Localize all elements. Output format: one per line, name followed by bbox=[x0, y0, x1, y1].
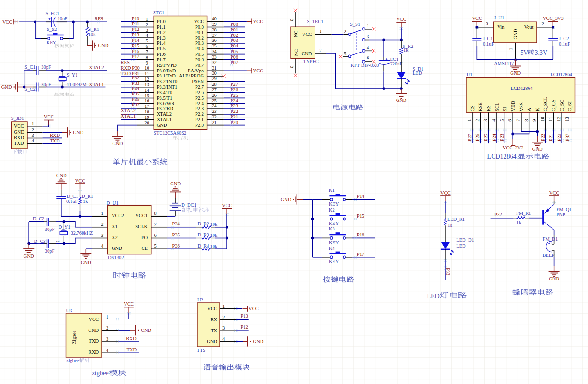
svg-text:VCC: VCC bbox=[207, 306, 217, 311]
svg-text:P0.1: P0.1 bbox=[195, 30, 204, 35]
svg-text:K2: K2 bbox=[329, 207, 335, 213]
svg-text:P2.4: P2.4 bbox=[195, 101, 204, 106]
svg-text:7: 7 bbox=[516, 119, 521, 122]
svg-text:VCC: VCC bbox=[253, 19, 263, 24]
svg-text:24: 24 bbox=[212, 103, 217, 108]
svg-text:PSEN: PSEN bbox=[192, 79, 204, 84]
svg-text:3: 3 bbox=[146, 28, 148, 33]
svg-text:P37: P37 bbox=[132, 102, 139, 107]
svg-text:P34: P34 bbox=[132, 86, 140, 91]
svg-text:10: 10 bbox=[540, 117, 545, 122]
svg-text:GND: GND bbox=[510, 71, 521, 76]
svg-text:P36: P36 bbox=[172, 243, 180, 248]
svg-text:ALE/ PROG: ALE/ PROG bbox=[179, 73, 204, 78]
svg-text:RXD: RXD bbox=[14, 135, 24, 140]
svg-text:6: 6 bbox=[154, 233, 156, 238]
svg-text:Vin: Vin bbox=[497, 24, 505, 30]
svg-text:11: 11 bbox=[548, 117, 553, 122]
svg-text:P20: P20 bbox=[557, 134, 562, 141]
svg-text:31: 31 bbox=[212, 65, 217, 71]
svg-text:P2.5: P2.5 bbox=[195, 95, 204, 100]
svg-text:32: 32 bbox=[212, 60, 217, 65]
svg-text:30: 30 bbox=[212, 71, 217, 76]
svg-text:5: 5 bbox=[499, 119, 505, 122]
svg-text:P2.1: P2.1 bbox=[195, 117, 204, 122]
svg-text:P3.4/T0: P3.4/T0 bbox=[157, 90, 172, 95]
svg-text:KEY: KEY bbox=[329, 221, 339, 226]
svg-text:3: 3 bbox=[106, 337, 108, 342]
svg-text:J_U1: J_U1 bbox=[494, 15, 504, 20]
svg-text:LED_D1: LED_D1 bbox=[456, 237, 474, 242]
svg-text:3: 3 bbox=[367, 34, 369, 39]
svg-text:P25: P25 bbox=[483, 134, 488, 141]
svg-text:27: 27 bbox=[212, 87, 217, 92]
svg-text:C_CS: C_CS bbox=[551, 100, 556, 111]
svg-text:19: 19 bbox=[144, 115, 149, 120]
svg-text:10k: 10k bbox=[210, 222, 218, 227]
svg-text:P32: P32 bbox=[494, 212, 502, 217]
svg-text:LED: LED bbox=[412, 71, 422, 76]
svg-text:VCC: VCC bbox=[253, 68, 263, 73]
svg-text:VCC: VCC bbox=[396, 17, 406, 22]
svg-text:P3.7/RD: P3.7/RD bbox=[157, 106, 174, 111]
svg-text:GND: GND bbox=[56, 173, 67, 178]
svg-text:P2.6: P2.6 bbox=[195, 90, 204, 95]
svg-text:C_SI: C_SI bbox=[567, 101, 572, 111]
svg-text:2: 2 bbox=[101, 222, 103, 227]
svg-text:K: K bbox=[535, 108, 540, 112]
svg-text:P03: P03 bbox=[231, 38, 238, 43]
svg-text:XTAL2: XTAL2 bbox=[89, 65, 104, 70]
svg-text:TTS: TTS bbox=[197, 348, 206, 353]
svg-text:P22: P22 bbox=[540, 134, 546, 141]
svg-text:CS: CS bbox=[470, 105, 475, 111]
svg-text:P3.2/INT0: P3.2/INT0 bbox=[157, 79, 178, 84]
svg-text:22: 22 bbox=[212, 114, 217, 119]
svg-text:P05: P05 bbox=[231, 49, 238, 54]
svg-text:D_DC1: D_DC1 bbox=[181, 202, 196, 207]
svg-text:13: 13 bbox=[564, 117, 570, 122]
svg-text:30pF: 30pF bbox=[45, 227, 55, 232]
svg-text:1k: 1k bbox=[404, 47, 409, 53]
svg-text:1k: 1k bbox=[83, 199, 88, 204]
svg-text:4: 4 bbox=[106, 348, 109, 353]
svg-text:4: 4 bbox=[32, 138, 35, 143]
svg-text:39: 39 bbox=[212, 22, 217, 27]
svg-text:GND: GND bbox=[1, 84, 12, 89]
svg-text:D_R4: D_R4 bbox=[197, 243, 209, 248]
svg-text:D_C1: D_C1 bbox=[66, 194, 78, 199]
svg-text:P00: P00 bbox=[231, 22, 238, 27]
svg-text:P13: P13 bbox=[241, 313, 248, 319]
svg-text:P23: P23 bbox=[499, 134, 505, 141]
svg-text:S_Y1: S_Y1 bbox=[67, 72, 78, 77]
svg-text:VCC2: VCC2 bbox=[112, 213, 124, 218]
svg-text:KEY: KEY bbox=[47, 40, 57, 45]
svg-text:P10: P10 bbox=[132, 16, 139, 21]
svg-text:LED: LED bbox=[427, 293, 439, 300]
svg-text:P3.6/WR: P3.6/WR bbox=[157, 101, 175, 106]
svg-text:30pF: 30pF bbox=[45, 248, 55, 254]
svg-text:P16: P16 bbox=[357, 232, 364, 237]
svg-text:K1: K1 bbox=[329, 188, 335, 193]
svg-text:1: 1 bbox=[319, 29, 321, 34]
svg-text:U2: U2 bbox=[197, 297, 203, 302]
svg-text:NC: NC bbox=[294, 49, 299, 56]
svg-text:GND: GND bbox=[549, 276, 559, 281]
svg-text:P0.2: P0.2 bbox=[195, 35, 204, 41]
svg-text:P0.3: P0.3 bbox=[195, 41, 204, 46]
svg-text:P36: P36 bbox=[132, 97, 139, 102]
svg-text:S_C2: S_C2 bbox=[24, 87, 35, 92]
svg-text:P1.6: P1.6 bbox=[157, 52, 166, 57]
svg-text:C_SCL: C_SCL bbox=[543, 97, 548, 112]
svg-text:VCC: VCC bbox=[222, 203, 232, 208]
svg-text:P1.5: P1.5 bbox=[157, 46, 166, 51]
svg-text:1: 1 bbox=[367, 23, 369, 28]
svg-text:P15: P15 bbox=[132, 43, 139, 48]
svg-text:LED: LED bbox=[456, 243, 466, 248]
svg-text:36: 36 bbox=[212, 38, 217, 43]
svg-text:FM_R1: FM_R1 bbox=[516, 211, 531, 216]
svg-text:28: 28 bbox=[212, 82, 217, 87]
svg-text:P14: P14 bbox=[132, 38, 140, 43]
svg-text:XTAL2: XTAL2 bbox=[121, 108, 136, 113]
svg-text:P07: P07 bbox=[231, 60, 238, 65]
svg-text:38: 38 bbox=[212, 27, 217, 32]
